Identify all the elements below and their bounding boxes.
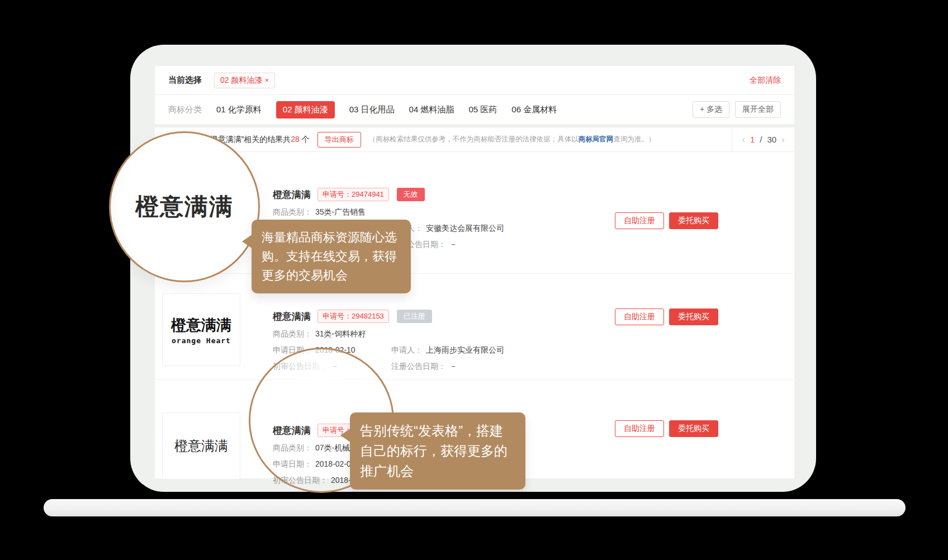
applicant-value: 安徽美达会展有限公司 <box>426 224 504 234</box>
tooltip-text: 海量精品商标资源随心选购。支持在线交易，获得更多的交易机会 <box>262 230 397 282</box>
disclaimer-text: （商标检索结果仅供参考，不作为商标能否注册的法律依据；具体以商标局官网查询为准。… <box>369 135 656 144</box>
pagination-next-icon[interactable]: › <box>781 134 785 145</box>
category-item-06[interactable]: 06 金属材料 <box>511 105 557 115</box>
category-row: 商标分类 01 化学原料 02 颜料油漆 03 日化用品 04 燃料油脂 05 … <box>155 95 794 124</box>
self-register-button[interactable]: 自助注册 <box>615 420 664 437</box>
trademark-office-link[interactable]: 商标局官网 <box>579 135 614 143</box>
current-selection-row: 当前选择 02 颜料油漆 × 全部清除 <box>155 66 794 95</box>
tooltip-marketplace: 海量精品商标资源随心选购。支持在线交易，获得更多的交易机会 <box>252 220 411 293</box>
selected-filter-tag-label: 02 颜料油漆 <box>220 75 262 86</box>
application-number-label: 申请号： <box>323 190 352 198</box>
applicant-value: 上海雨步实业有限公司 <box>426 345 504 355</box>
status-badge: 无效 <box>397 188 425 201</box>
multi-select-button[interactable]: + 多选 <box>693 101 729 118</box>
results-count: 28 <box>291 135 300 144</box>
reg-publication-label: 注册公告日期： <box>391 362 446 372</box>
trademark-thumbnail-text: 橙意满满 <box>171 315 231 335</box>
pagination-prev-icon[interactable]: ‹ <box>742 134 745 145</box>
reg-publication-value: － <box>449 240 457 250</box>
category-item-01[interactable]: 01 化学原料 <box>216 105 262 115</box>
filter-panel: 当前选择 02 颜料油漆 × 全部清除 商标分类 01 化学原料 02 颜料油漆… <box>155 66 794 124</box>
category-item-03[interactable]: 03 日化用品 <box>349 105 395 115</box>
application-number-label: 申请号： <box>323 312 352 320</box>
laptop-base-platform <box>44 499 906 516</box>
table-row: 橙意满满 orange Heart 橙意满满 申请号：29482153 已注册 … <box>155 274 794 380</box>
screenshot-canvas: 当前选择 02 颜料油漆 × 全部清除 商标分类 01 化学原料 02 颜料油漆… <box>0 0 948 560</box>
pagination-total-pages: 30 <box>767 135 776 144</box>
selected-filter-tag[interactable]: 02 颜料油漆 × <box>214 73 275 88</box>
magnifier-circle: 橙意满满 <box>109 131 260 282</box>
trademark-name: 橙意满满 <box>273 188 311 201</box>
results-summary-suffix: 个 <box>300 135 310 144</box>
expand-all-button[interactable]: 展开全部 <box>735 101 781 118</box>
tooltip-arrow-left-icon <box>242 234 253 249</box>
category-item-05[interactable]: 05 医药 <box>468 105 497 115</box>
category-filter-label: 商标分类 <box>168 105 202 115</box>
disclaimer-suffix: 查询为准。） <box>613 135 655 143</box>
category-item-04[interactable]: 04 燃料油脂 <box>409 105 454 115</box>
trademark-name: 橙意满满 <box>273 310 311 323</box>
application-number-badge: 申请号：29482153 <box>317 310 389 323</box>
pagination-separator: / <box>760 135 762 144</box>
magnified-trademark-text: 橙意满满 <box>135 191 234 222</box>
export-trademark-button[interactable]: 导出商标 <box>317 132 361 148</box>
trademark-thumbnail: 橙意满满 orange Heart <box>162 293 240 366</box>
status-badge: 已注册 <box>397 310 432 323</box>
tooltip-arrow-left-icon <box>340 428 351 443</box>
entrust-purchase-button[interactable]: 委托购买 <box>669 309 718 325</box>
application-number-value: 29482153 <box>352 312 384 320</box>
entrust-purchase-button[interactable]: 委托购买 <box>669 420 718 437</box>
trademark-thumbnail-subtext: orange Heart <box>172 336 231 345</box>
self-register-button[interactable]: 自助注册 <box>615 309 664 325</box>
trademark-thumbnail: 橙意满满 <box>162 412 240 480</box>
category-field-label: 商品类别： <box>273 207 312 217</box>
tooltip-promotion: 告别传统“发表格”，搭建自己的标行，获得更多的推广机会 <box>350 412 525 490</box>
close-icon[interactable]: × <box>264 76 269 84</box>
category-field-value: 31类-饲料种籽 <box>315 329 366 339</box>
self-register-button[interactable]: 自助注册 <box>615 212 664 229</box>
category-field-value: 35类-广告销售 <box>315 207 366 217</box>
reg-publication-value: － <box>449 362 457 372</box>
category-field-label: 商品类别： <box>273 329 312 339</box>
application-number-value: 29474941 <box>352 190 384 198</box>
pagination-current-page: 1 <box>750 135 755 144</box>
tooltip-text: 告别传统“发表格”，搭建自己的标行，获得更多的推广机会 <box>360 423 508 478</box>
results-header: 为您检索到“橙意满满”相关的结果共28 个 导出商标 （商标检索结果仅供参考，不… <box>155 127 794 152</box>
disclaimer-prefix: （商标检索结果仅供参考，不作为商标能否注册的法律依据；具体以 <box>369 135 579 143</box>
category-item-02-selected[interactable]: 02 颜料油漆 <box>276 101 335 118</box>
application-number-badge: 申请号：29474941 <box>317 188 389 201</box>
clear-all-button[interactable]: 全部清除 <box>750 75 781 86</box>
current-selection-label: 当前选择 <box>168 75 202 86</box>
trademark-thumbnail-text: 橙意满满 <box>174 437 228 455</box>
entrust-purchase-button[interactable]: 委托购买 <box>669 212 718 229</box>
pagination: ‹ 1 / 30 › <box>732 127 794 151</box>
applicant-label: 申请人： <box>391 345 423 355</box>
